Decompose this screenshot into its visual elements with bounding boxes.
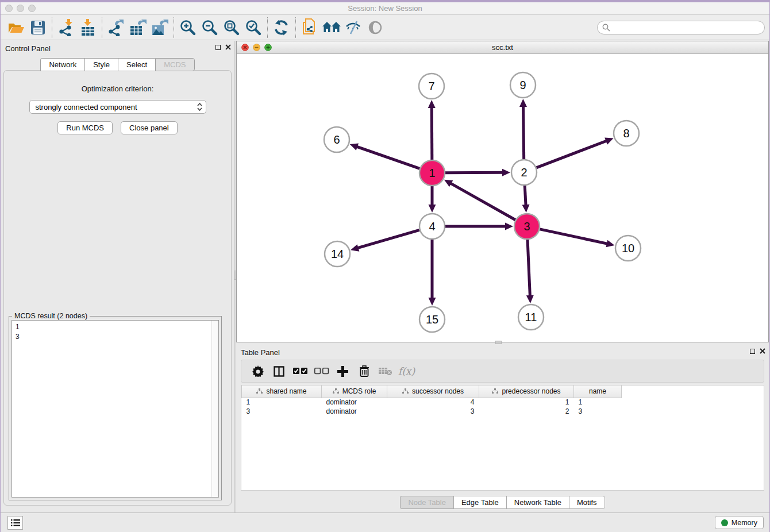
columns-icon (274, 366, 284, 377)
tab-edge-table[interactable]: Edge Table (453, 496, 506, 509)
graph-edge-2-8[interactable] (536, 140, 607, 167)
zoom-fit-button[interactable] (221, 17, 242, 38)
trash-icon (359, 365, 369, 377)
save-session-button[interactable] (27, 17, 49, 38)
graph-edge-1-7[interactable] (432, 106, 432, 160)
delete-table-button[interactable] (375, 362, 396, 380)
import-network-button[interactable] (55, 17, 77, 38)
close-panel-button[interactable]: Close panel (121, 121, 178, 134)
control-panel-tabs: Network Style Select MCDS (1, 58, 234, 71)
table-cell[interactable]: 1 (242, 398, 322, 407)
node-table-header[interactable]: shared nameMCDS rolesuccessor nodesprede… (242, 385, 622, 398)
zoom-out-button[interactable] (199, 17, 221, 38)
column-header-label: successor nodes (412, 387, 464, 395)
open-file-button[interactable] (5, 17, 27, 38)
import-table-button[interactable] (77, 17, 99, 38)
hierarchy-icon (402, 388, 409, 394)
show-hidden-button[interactable] (364, 17, 386, 38)
table-cell[interactable]: 4 (387, 398, 479, 407)
table-cell[interactable]: 3 (574, 407, 622, 416)
table-cell[interactable]: dominator (322, 407, 387, 416)
edge-arrowhead-icon (522, 205, 529, 213)
edge-arrowhead-icon (519, 99, 527, 107)
memory-button[interactable]: Memory (715, 516, 764, 529)
memory-status-icon (721, 519, 728, 526)
tab-node-table[interactable]: Node Table (400, 496, 453, 509)
graph-edge-2-9[interactable] (523, 105, 523, 159)
add-row-button[interactable] (332, 362, 353, 380)
table-row[interactable]: 1dominator411 (242, 398, 622, 407)
control-panel: Control Panel Network Style Select MCDS … (1, 41, 234, 512)
graph-edge-4-14[interactable] (357, 230, 419, 248)
column-header[interactable]: predecessor nodes (479, 385, 574, 398)
run-mcds-button[interactable]: Run MCDS (57, 121, 113, 134)
zoom-in-button[interactable] (177, 17, 199, 38)
network-window-titlebar[interactable]: scc.txt (237, 41, 768, 54)
table-panel-title: Table Panel (241, 348, 280, 357)
tab-select[interactable]: Select (118, 58, 155, 71)
tab-style[interactable]: Style (84, 58, 118, 71)
graph-edge-1-6[interactable] (356, 147, 419, 169)
show-all-networks-button[interactable] (321, 17, 342, 38)
table-cell[interactable]: 1 (574, 398, 622, 407)
plus-icon (337, 366, 348, 377)
export-table-button[interactable] (127, 17, 149, 38)
export-image-icon (151, 19, 169, 36)
deselect-all-button[interactable] (311, 362, 332, 380)
graph-edge-3-10[interactable] (540, 229, 608, 244)
annotation-pages-icon (301, 18, 318, 37)
network-resize-grip[interactable] (495, 341, 502, 344)
tab-network[interactable]: Network (40, 58, 84, 71)
float-table-panel-icon[interactable] (750, 349, 755, 354)
graph-edge-3-11[interactable] (528, 240, 530, 297)
close-table-panel-icon[interactable] (760, 348, 765, 354)
mcds-result-list: 13 (12, 321, 218, 344)
table-cell[interactable]: 2 (479, 407, 574, 416)
application-window: Session: New Session (0, 0, 770, 532)
refresh-view-button[interactable] (271, 17, 292, 38)
hide-selected-button[interactable] (342, 17, 364, 38)
mcds-result-group: MCDS result (2 nodes) 13 (9, 316, 222, 500)
export-network-button[interactable] (105, 17, 127, 38)
unchecked-boxes-icon (314, 368, 329, 375)
table-row[interactable]: 3dominator323 (242, 407, 622, 416)
tab-motifs[interactable]: Motifs (569, 496, 605, 509)
export-image-button[interactable] (149, 17, 171, 38)
tab-mcds[interactable]: MCDS (155, 58, 194, 71)
optimization-criterion-select[interactable]: strongly connected component (29, 100, 206, 114)
export-network-icon (107, 19, 125, 36)
column-header[interactable]: MCDS role (322, 385, 387, 398)
column-header[interactable]: successor nodes (387, 385, 479, 398)
create-annotation-button[interactable] (299, 17, 321, 38)
graph-edge-1-2[interactable] (445, 172, 504, 173)
zoom-out-icon (201, 19, 218, 36)
delete-table-icon (379, 367, 392, 376)
apply-function-button[interactable]: f(x) (396, 362, 417, 380)
table-cell[interactable]: 1 (479, 398, 574, 407)
select-all-button[interactable] (290, 362, 311, 380)
node-table[interactable]: shared nameMCDS rolesuccessor nodesprede… (241, 385, 622, 416)
table-cell[interactable]: 3 (242, 407, 322, 416)
graph-node-label: 11 (525, 311, 537, 323)
table-cell[interactable]: 3 (387, 407, 479, 416)
search-input[interactable] (613, 24, 760, 32)
show-columns-button[interactable] (268, 362, 290, 380)
zoom-selected-button[interactable] (242, 17, 264, 38)
tab-network-table[interactable]: Network Table (506, 496, 569, 509)
graph-edge-3-1[interactable] (449, 183, 515, 220)
table-cell[interactable]: dominator (322, 398, 387, 407)
float-panel-icon[interactable] (215, 45, 221, 50)
delete-selected-button[interactable] (353, 362, 375, 380)
column-header[interactable]: shared name (242, 385, 322, 398)
column-header[interactable]: name (574, 385, 622, 398)
search-box[interactable] (597, 21, 765, 34)
close-panel-icon[interactable] (225, 44, 231, 50)
task-history-button[interactable] (7, 516, 23, 530)
mcds-result-scrollbar[interactable] (211, 321, 218, 497)
column-header-label: predecessor nodes (502, 387, 560, 395)
graph-edge-2-3[interactable] (525, 186, 526, 206)
graph-node-label: 10 (622, 242, 634, 255)
graph-node-label: 8 (623, 127, 629, 140)
table-settings-button[interactable] (247, 362, 268, 380)
network-canvas[interactable]: 1234678910111415 (237, 54, 768, 342)
